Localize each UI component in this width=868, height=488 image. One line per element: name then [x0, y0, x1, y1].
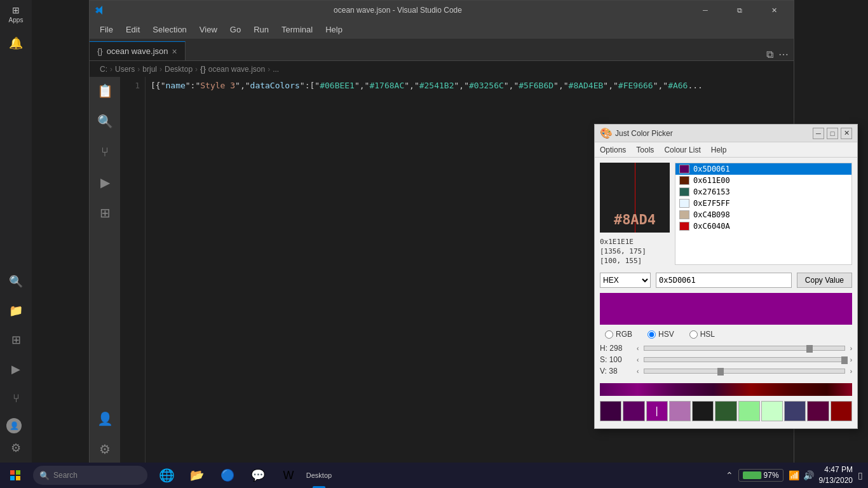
cp-menu-help[interactable]: Help: [711, 146, 727, 154]
explorer-icon[interactable]: 📋: [96, 82, 114, 100]
taskbar-skype-btn[interactable]: 💬: [244, 463, 272, 488]
cp-palette-cell[interactable]: [600, 401, 621, 421]
cp-menu-colour-list[interactable]: Colour List: [664, 146, 700, 154]
cp-canvas[interactable]: #8AD4: [600, 163, 670, 233]
menu-selection[interactable]: Selection: [147, 22, 191, 37]
cp-h-thumb[interactable]: [806, 345, 813, 353]
cp-color-list-item[interactable]: 0x611E00: [675, 175, 851, 186]
taskbar-word-btn[interactable]: W: [275, 463, 302, 488]
menu-run[interactable]: Run: [248, 22, 274, 37]
taskbar-bell-btn[interactable]: 📂: [183, 463, 211, 488]
git-icon-activity[interactable]: ⑂: [96, 143, 114, 161]
menu-view[interactable]: View: [194, 22, 222, 37]
source-control-icon-sidebar[interactable]: ⑂: [6, 389, 25, 408]
cp-s-track[interactable]: [644, 357, 844, 362]
tab-close-button[interactable]: ×: [172, 46, 177, 57]
menu-edit[interactable]: Edit: [121, 22, 145, 37]
folder-icon-sidebar[interactable]: 📁: [6, 301, 25, 320]
close-button[interactable]: ✕: [759, 1, 789, 20]
cp-color-list-item[interactable]: 0x5D0061: [675, 163, 851, 175]
cp-color-list-item[interactable]: 0xC6040A: [675, 220, 851, 232]
cp-menu-tools[interactable]: Tools: [636, 146, 654, 154]
cp-menu-options[interactable]: Options: [600, 146, 626, 154]
volume-icon[interactable]: 🔊: [803, 470, 814, 480]
cp-palette-cell[interactable]: [831, 401, 852, 421]
cp-v-arrow-right[interactable]: ›: [850, 368, 852, 375]
breadcrumb-ellipsis[interactable]: ...: [273, 65, 279, 74]
taskbar-search[interactable]: 🔍 Search: [33, 466, 147, 485]
account-icon-activity[interactable]: 👤: [96, 410, 114, 428]
menu-help[interactable]: Help: [320, 22, 348, 37]
minimize-button[interactable]: ─: [691, 1, 720, 20]
cp-palette-cell[interactable]: [623, 401, 644, 421]
cp-radio-hsv-input[interactable]: [648, 330, 656, 339]
cp-v-thumb[interactable]: [717, 368, 724, 376]
menu-go[interactable]: Go: [225, 22, 246, 37]
cp-hex-input[interactable]: [656, 273, 792, 288]
cp-h-arrow-right[interactable]: ›: [850, 345, 852, 352]
cp-color-list-item[interactable]: 0xE7F5FF: [675, 198, 851, 209]
settings-icon-activity[interactable]: ⚙: [96, 440, 114, 458]
cp-close-button[interactable]: ✕: [841, 128, 852, 139]
ring-icon[interactable]: 🔔: [6, 34, 25, 53]
cp-palette-cell[interactable]: [669, 401, 691, 421]
cp-palette-cell[interactable]: [784, 401, 806, 421]
cp-s-arrow-left[interactable]: ‹: [637, 356, 639, 363]
extensions-icon-sidebar[interactable]: ⊞: [6, 330, 25, 349]
breadcrumb-file[interactable]: ocean wave.json: [208, 65, 265, 74]
cp-color-list-item[interactable]: 0xC4B098: [675, 209, 851, 220]
cp-color-list[interactable]: 0x5D00610x611E000x2761530xE7F5FF0xC4B098…: [675, 163, 852, 265]
cp-palette-cell[interactable]: [646, 401, 668, 421]
cp-palette-cell[interactable]: [761, 401, 783, 421]
cp-copy-button[interactable]: Copy Value: [797, 273, 852, 288]
cp-s-arrow-right[interactable]: ›: [850, 356, 852, 363]
cp-palette-cell[interactable]: [738, 401, 760, 421]
more-actions-icon[interactable]: ⋯: [778, 48, 789, 60]
apps-button[interactable]: ⊞ Apps: [9, 5, 24, 24]
restore-button[interactable]: ⧉: [725, 1, 754, 20]
cp-s-slider-row: S: 100 ‹ ›: [600, 355, 852, 364]
cp-v-arrow-left[interactable]: ‹: [637, 368, 639, 375]
cp-palette-cell[interactable]: [807, 401, 829, 421]
cp-h-track[interactable]: [644, 346, 844, 351]
extensions-icon-activity[interactable]: ⊞: [96, 204, 114, 222]
cp-palette-row[interactable]: [600, 401, 852, 421]
breadcrumb-desktop[interactable]: Desktop: [165, 65, 193, 74]
start-button[interactable]: [0, 463, 31, 488]
user-avatar[interactable]: 👤: [6, 418, 22, 433]
cp-palette-cell[interactable]: [692, 401, 714, 421]
show-desktop-icon[interactable]: ▯: [858, 470, 863, 480]
up-arrow-icon[interactable]: ⌃: [726, 470, 733, 480]
cp-radio-hsl[interactable]: HSL: [689, 330, 715, 339]
search-icon-sidebar[interactable]: 🔍: [6, 272, 25, 291]
breadcrumb-user[interactable]: brjul: [142, 65, 157, 74]
taskbar-edge-btn[interactable]: 🌐: [153, 463, 180, 488]
cp-radio-hsl-input[interactable]: [689, 330, 698, 339]
cp-minimize-button[interactable]: ─: [813, 128, 824, 139]
search-icon-activity[interactable]: 🔍: [96, 112, 114, 130]
menu-file[interactable]: File: [95, 22, 118, 37]
breadcrumb-drive[interactable]: C:: [100, 65, 107, 74]
split-editor-icon[interactable]: ⧉: [766, 49, 773, 60]
cp-radio-rgb-input[interactable]: [605, 330, 613, 339]
taskbar-desktop-btn[interactable]: Desktop: [305, 463, 333, 488]
taskbar-chrome-btn[interactable]: 🔵: [214, 463, 241, 488]
wifi-icon[interactable]: 📶: [789, 470, 799, 480]
cp-color-list-item[interactable]: 0x276153: [675, 186, 851, 198]
debug-icon-activity[interactable]: ▶: [96, 173, 114, 191]
taskbar-clock[interactable]: 4:47 PM 9/13/2020: [819, 464, 853, 486]
cp-h-arrow-left[interactable]: ‹: [637, 345, 639, 352]
cp-canvas-hex-text: #8AD4: [614, 212, 656, 227]
settings-icon-sidebar[interactable]: ⚙: [6, 438, 25, 458]
cp-format-select[interactable]: HEX RGB HSV: [600, 273, 651, 288]
cp-v-track[interactable]: [644, 369, 844, 374]
cp-palette-cell[interactable]: [715, 401, 736, 421]
cp-radio-rgb[interactable]: RGB: [605, 330, 632, 339]
breadcrumb-users[interactable]: Users: [115, 65, 135, 74]
cp-radio-hsv[interactable]: HSV: [648, 330, 674, 339]
editor-tab-ocean-wave[interactable]: {} ocean wave.json ×: [90, 41, 186, 60]
cp-s-thumb[interactable]: [841, 356, 848, 364]
run-icon-sidebar[interactable]: ▶: [6, 360, 25, 379]
cp-maximize-button[interactable]: □: [827, 128, 838, 139]
menu-terminal[interactable]: Terminal: [276, 22, 318, 37]
